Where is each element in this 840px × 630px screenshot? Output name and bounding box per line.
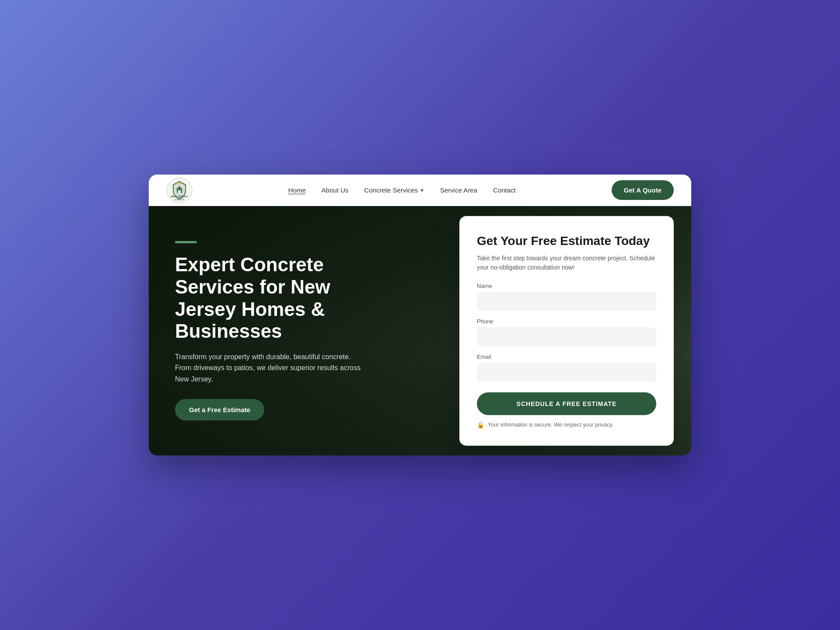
nav-item-services[interactable]: Concrete Services ▼ (364, 186, 424, 194)
hero-section: Expert Concrete Services for New Jersey … (149, 206, 691, 455)
logo-icon: NEW JERSEY EXPERTS (166, 177, 192, 203)
nav-link-contact[interactable]: Contact (493, 186, 516, 194)
email-label: Email (477, 353, 656, 360)
form-submit-button[interactable]: SCHEDULE A FREE ESTIMATE (477, 392, 656, 415)
phone-label: Phone (477, 318, 656, 324)
name-field-group: Name (477, 282, 656, 311)
name-input[interactable] (477, 291, 656, 311)
privacy-notice: 🔒 Your information is secure. We respect… (477, 421, 656, 428)
estimate-form-card: Get Your Free Estimate Today Take the fi… (459, 216, 674, 446)
svg-rect-1 (178, 190, 181, 193)
privacy-text: Your information is secure. We respect y… (488, 421, 613, 427)
nav-item-home[interactable]: Home (288, 186, 306, 194)
nav-cta-button[interactable]: Get A Quote (612, 180, 674, 200)
nav-links: Home About Us Concrete Services ▼ Servic… (288, 186, 516, 194)
logo-area: NEW JERSEY EXPERTS (166, 177, 192, 203)
hero-subtitle: Transform your property with durable, be… (175, 351, 368, 385)
email-input[interactable] (477, 362, 656, 382)
nav-link-home[interactable]: Home (288, 186, 306, 194)
svg-point-2 (178, 182, 181, 185)
lock-icon: 🔒 (477, 421, 484, 428)
dropdown-arrow-icon: ▼ (420, 188, 424, 193)
hero-title: Expert Concrete Services for New Jersey … (175, 254, 368, 342)
hero-cta-button[interactable]: Get a Free Estimate (175, 399, 264, 420)
browser-window: NEW JERSEY EXPERTS Home About Us Concret… (149, 175, 691, 455)
form-title: Get Your Free Estimate Today (477, 234, 656, 248)
name-label: Name (477, 282, 656, 289)
svg-text:NEW JERSEY: NEW JERSEY (171, 195, 188, 198)
nav-item-about[interactable]: About Us (322, 186, 349, 194)
phone-field-group: Phone (477, 318, 656, 346)
estimate-form: Name Phone Email SCHEDULE A FREE ESTIMAT… (477, 282, 656, 428)
nav-item-contact[interactable]: Contact (493, 186, 516, 194)
nav-link-service-area[interactable]: Service Area (440, 186, 477, 194)
nav-link-services[interactable]: Concrete Services ▼ (364, 186, 424, 194)
hero-content: Expert Concrete Services for New Jersey … (149, 241, 394, 420)
svg-text:EXPERTS: EXPERTS (175, 199, 184, 201)
hero-accent-bar (175, 241, 197, 243)
phone-input[interactable] (477, 327, 656, 346)
form-subtitle: Take the first step towards your dream c… (477, 253, 656, 272)
email-field-group: Email (477, 353, 656, 382)
nav-item-service-area[interactable]: Service Area (440, 186, 477, 194)
navbar: NEW JERSEY EXPERTS Home About Us Concret… (149, 175, 691, 206)
nav-link-about[interactable]: About Us (322, 186, 349, 194)
